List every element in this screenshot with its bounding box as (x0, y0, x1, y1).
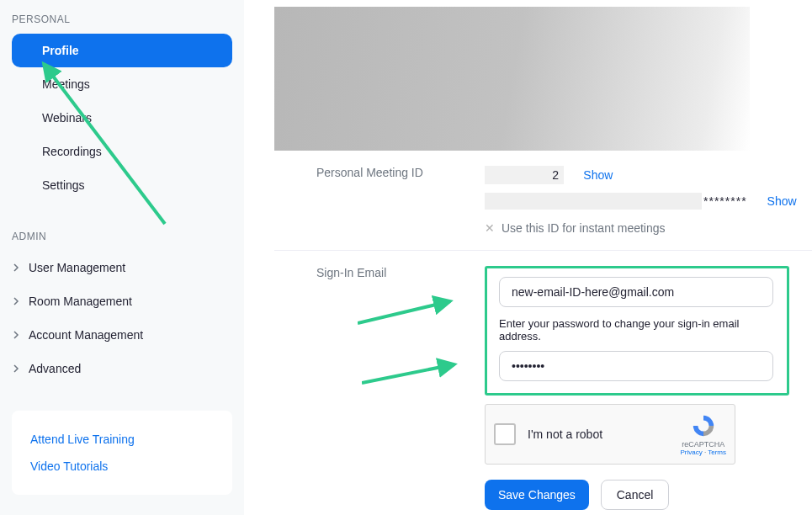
sidebar-item-label: Account Management (29, 328, 143, 342)
pmi-value-masked: 2 (485, 166, 564, 184)
chevron-right-icon (12, 328, 25, 342)
sidebar-item-profile[interactable]: Profile (12, 34, 232, 67)
pmi-content: 2 Show ******** Show ✕ Use this ID for i… (485, 166, 812, 235)
signin-content: Enter your password to change your sign-… (485, 266, 812, 510)
sidebar-item-account-management[interactable]: Account Management (0, 318, 244, 352)
email-input[interactable] (499, 277, 773, 307)
pmi-row: Personal Meeting ID 2 Show ******** Show… (274, 151, 812, 251)
recaptcha-label: I'm not a robot (528, 427, 680, 441)
recaptcha-branding: reCAPTCHA Privacy · Terms (680, 413, 726, 456)
sidebar-item-label: Webinars (42, 111, 92, 125)
sidebar-item-settings[interactable]: Settings (12, 168, 232, 202)
cancel-button[interactable]: Cancel (601, 480, 670, 510)
sidebar-item-meetings[interactable]: Meetings (12, 67, 232, 101)
pmi-asterisks: ******** (703, 194, 747, 208)
password-help-text: Enter your password to change your sign-… (499, 317, 775, 342)
annotation-highlight-box: Enter your password to change your sign-… (485, 266, 789, 396)
recaptcha-checkbox[interactable] (494, 423, 516, 445)
pmi-label: Personal Meeting ID (274, 166, 485, 235)
sidebar-item-label: Meetings (42, 77, 90, 91)
sidebar-item-room-management[interactable]: Room Management (0, 284, 244, 318)
personal-header: PERSONAL (0, 8, 244, 34)
sidebar-item-label: Settings (42, 178, 85, 192)
sidebar-item-label: Profile (42, 44, 79, 57)
sidebar-item-webinars[interactable]: Webinars (12, 101, 232, 135)
chevron-right-icon (12, 261, 25, 274)
pmi-url-show-link[interactable]: Show (767, 194, 797, 208)
recaptcha-brand-text: reCAPTCHA (682, 440, 724, 449)
sidebar: PERSONAL Profile Meetings Webinars Recor… (0, 0, 244, 515)
profile-photo-placeholder (274, 7, 750, 151)
recaptcha-widget: I'm not a robot reCAPTCHA Privacy · Term… (485, 404, 735, 465)
sidebar-item-advanced[interactable]: Advanced (0, 352, 244, 385)
chevron-right-icon (12, 362, 25, 375)
signin-email-row: Sign-In Email Enter your password to cha… (274, 251, 812, 515)
sidebar-item-user-management[interactable]: User Management (0, 251, 244, 284)
pmi-show-link[interactable]: Show (583, 168, 613, 182)
sidebar-item-label: Advanced (29, 362, 81, 375)
close-icon: ✕ (485, 221, 495, 235)
save-changes-button[interactable]: Save Changes (485, 480, 589, 510)
sidebar-item-label: Room Management (29, 295, 132, 308)
recaptcha-terms-link[interactable]: Terms (708, 449, 726, 456)
admin-header: ADMIN (0, 226, 244, 251)
chevron-right-icon (12, 295, 25, 308)
sidebar-item-label: Recordings (42, 145, 102, 158)
pmi-instant-text: Use this ID for instant meetings (502, 221, 666, 235)
recaptcha-icon (691, 413, 716, 438)
link-video-tutorials[interactable]: Video Tutorials (30, 453, 214, 480)
signin-label: Sign-In Email (274, 266, 485, 510)
pmi-url-masked (485, 193, 702, 210)
sidebar-item-label: User Management (29, 261, 125, 274)
help-card: Attend Live Training Video Tutorials (12, 411, 232, 495)
sidebar-item-recordings[interactable]: Recordings (12, 135, 232, 168)
main-content: Personal Meeting ID 2 Show ******** Show… (244, 0, 812, 515)
password-input[interactable] (499, 351, 773, 381)
recaptcha-privacy-link[interactable]: Privacy (680, 449, 702, 456)
link-attend-training[interactable]: Attend Live Training (30, 426, 214, 453)
